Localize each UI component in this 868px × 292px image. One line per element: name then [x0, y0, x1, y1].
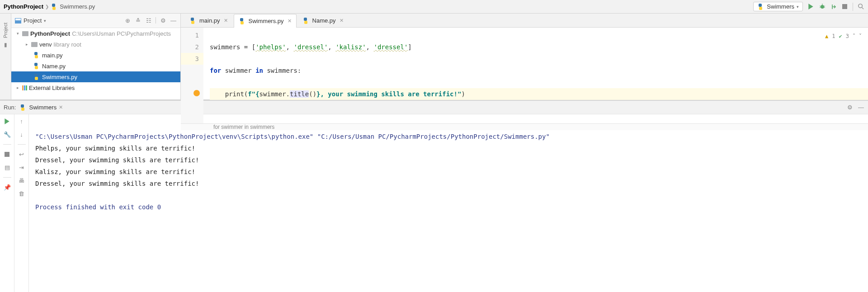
tree-venv[interactable]: ▸ venv library root: [11, 39, 180, 50]
warning-icon[interactable]: ▲: [825, 30, 828, 42]
top-toolbar: PythonProject ❯ Swimmers.py Swimmers ▾: [0, 0, 868, 14]
close-icon[interactable]: ✕: [340, 18, 344, 24]
inspection-widget[interactable]: ▲1 ✔3 ˄ ˅: [825, 30, 862, 42]
output-line: Dressel, your swimming skills are terrif…: [35, 156, 199, 164]
close-icon[interactable]: ✕: [59, 104, 63, 110]
rerun-button[interactable]: [4, 118, 10, 125]
close-icon[interactable]: ✕: [288, 18, 292, 24]
line-gutter[interactable]: 1 2 3: [181, 28, 203, 123]
run-tab-label: Swimmers: [29, 104, 57, 111]
close-icon[interactable]: ✕: [224, 18, 228, 24]
breadcrumb-file[interactable]: Swimmers.py: [60, 3, 95, 10]
tree-venv-note: library root: [53, 41, 81, 48]
python-file-icon: [33, 63, 39, 69]
hide-icon[interactable]: —: [170, 17, 177, 24]
tree-ext-lib-label: External Libraries: [29, 85, 75, 91]
stop-button[interactable]: [4, 151, 10, 158]
run-with-coverage-button[interactable]: [830, 3, 837, 10]
stop-button[interactable]: [841, 3, 848, 10]
editor-tabs: main.py✕ Swimmers.py✕ Name.py✕: [181, 14, 868, 28]
folder-icon: ▮: [4, 42, 7, 48]
line-number: 2: [181, 41, 199, 53]
python-file-icon: [33, 52, 39, 58]
tab-main[interactable]: main.py✕: [184, 14, 233, 27]
project-panel-actions: ⊕ ≛ ☷ ⚙ —: [124, 17, 177, 24]
trash-icon[interactable]: 🗑: [18, 190, 25, 197]
tree-file-main[interactable]: main.py: [11, 50, 180, 61]
toolbar-right: Swimmers ▾: [753, 2, 864, 11]
chevron-down-icon[interactable]: ▾: [15, 31, 20, 36]
run-output[interactable]: "C:\Users\Usman PC\PycharmProjects\Pytho…: [29, 114, 868, 292]
breadcrumb[interactable]: PythonProject ❯ Swimmers.py: [4, 3, 95, 10]
code-content[interactable]: swimmers = ['phelps', 'dressel', 'kalisz…: [203, 28, 868, 123]
project-tree[interactable]: ▾ PythonProject C:\Users\Usman PC\Pychar…: [11, 28, 180, 93]
run-config-label: Swimmers: [767, 3, 794, 10]
separator: [3, 144, 11, 145]
tab-label: main.py: [199, 17, 220, 24]
down-arrow-icon[interactable]: ↓: [18, 131, 25, 138]
run-left-toolbar: 🔧 ▤ 📌: [0, 114, 14, 292]
up-arrow-icon[interactable]: ↑: [18, 118, 25, 125]
svg-line-2: [820, 6, 821, 6]
project-panel-title[interactable]: Project ▾: [15, 17, 46, 24]
output-exit: Process finished with exit code 0: [35, 203, 161, 211]
line-number: 3: [181, 53, 203, 65]
run-tab[interactable]: Swimmers ✕: [19, 104, 63, 111]
libraries-icon: [22, 85, 27, 90]
print-icon[interactable]: 🖶: [18, 177, 25, 184]
gear-icon[interactable]: ⚙: [160, 17, 166, 24]
scroll-to-end-icon[interactable]: ⇥: [18, 164, 25, 171]
python-file-icon: [239, 18, 245, 24]
output-line: Phelps, your swimming skills are terrifi…: [35, 145, 195, 152]
tab-swimmers[interactable]: Swimmers.py✕: [234, 14, 297, 28]
tree-file-name[interactable]: Name.py: [11, 61, 180, 71]
python-file-icon: [189, 18, 196, 24]
expand-all-icon[interactable]: ≛: [135, 17, 142, 24]
chevron-right-icon[interactable]: ▸: [15, 85, 20, 90]
locate-icon[interactable]: ⊕: [124, 17, 131, 24]
svg-point-7: [859, 4, 862, 8]
tab-label: Swimmers.py: [249, 18, 284, 24]
svg-line-8: [862, 7, 863, 9]
left-tool-strip[interactable]: Project ▮: [0, 14, 11, 99]
output-command: "C:\Users\Usman PC\PycharmProjects\Pytho…: [35, 133, 550, 140]
line-number: 1: [181, 29, 199, 41]
python-file-icon: [51, 4, 57, 10]
code-editor[interactable]: ▲1 ✔3 ˄ ˅ 1 2 3 swimmers = ['phelps', 'd…: [181, 28, 868, 123]
check-icon[interactable]: ✔: [839, 30, 842, 42]
bulb-icon[interactable]: [193, 90, 200, 96]
chevron-up-icon[interactable]: ˄: [853, 30, 855, 42]
soft-wrap-icon[interactable]: ↩: [18, 151, 25, 158]
tree-project-root[interactable]: ▾ PythonProject C:\Users\Usman PC\Pychar…: [11, 28, 180, 39]
separator: [853, 3, 853, 11]
chevron-down-icon[interactable]: ˅: [859, 30, 862, 42]
pin-icon[interactable]: 📌: [4, 184, 10, 191]
wrench-icon[interactable]: 🔧: [4, 131, 10, 138]
folder-icon: [31, 42, 38, 47]
tree-root-path: C:\Users\Usman PC\PycharmProjects: [72, 30, 171, 37]
tree-file-swimmers[interactable]: Swimmers.py: [11, 71, 180, 82]
project-tool-label[interactable]: Project: [3, 23, 8, 38]
chevron-right-icon[interactable]: ▸: [24, 42, 29, 47]
run-button[interactable]: [807, 3, 814, 10]
run-tool-window: Run: Swimmers ✕ ⚙ — 🔧 ▤ 📌 ↑ ↓ ↩ ⇥: [0, 99, 868, 292]
tab-name[interactable]: Name.py✕: [297, 14, 349, 27]
tree-venv-name: venv: [39, 41, 52, 48]
code-line[interactable]: swimmers = ['phelps', 'dressel', 'kalisz…: [210, 41, 868, 53]
warning-count: 1: [832, 30, 835, 42]
layout-icon[interactable]: ▤: [4, 164, 10, 171]
tree-external-libraries[interactable]: ▸ External Libraries: [11, 82, 180, 93]
separator: [156, 17, 156, 24]
run-left-toolbar-2: ↑ ↓ ↩ ⇥ 🖶 🗑: [14, 114, 29, 292]
project-view-icon: [15, 18, 21, 24]
run-config-selector[interactable]: Swimmers ▾: [753, 2, 803, 11]
code-line[interactable]: print(f"{swimmer.title()}, your swimming…: [210, 88, 868, 100]
collapse-all-icon[interactable]: ☷: [145, 17, 152, 24]
svg-line-3: [824, 6, 825, 6]
breadcrumb-project[interactable]: PythonProject: [4, 3, 43, 10]
svg-rect-6: [842, 4, 847, 9]
python-file-icon: [302, 18, 309, 24]
search-icon[interactable]: [858, 3, 864, 10]
code-line[interactable]: for swimmer in swimmers:: [210, 65, 868, 76]
debug-button[interactable]: [819, 3, 826, 10]
